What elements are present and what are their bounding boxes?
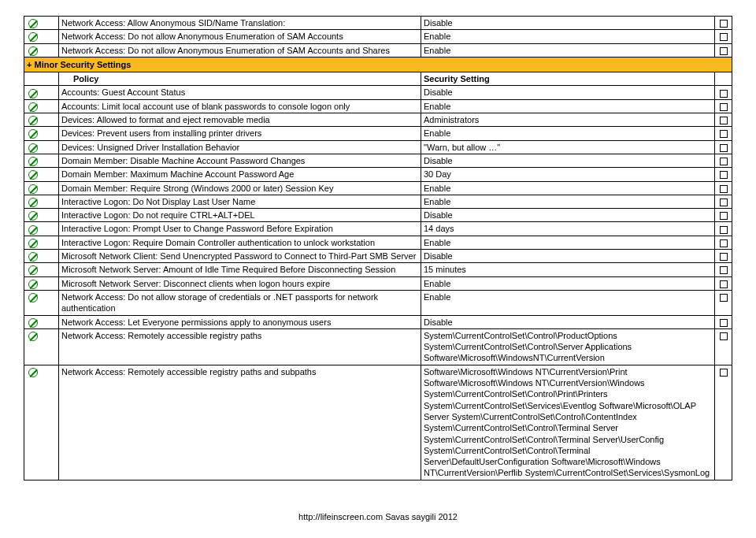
- checkbox-cell: [715, 181, 732, 195]
- checkbox-icon[interactable]: [720, 144, 728, 152]
- footer-text: http://lifeinscreen.com Savas saygili 20…: [24, 512, 732, 521]
- policy-cell: Network Access: Allow Anonymous SID/Name…: [59, 17, 421, 30]
- checkbox-icon[interactable]: [720, 33, 728, 41]
- setting-cell: Enable: [421, 195, 715, 208]
- forbidden-icon: [28, 265, 38, 275]
- forbidden-icon: [28, 116, 38, 125]
- blank-cell: [42, 209, 59, 222]
- setting-cell: Enable: [421, 127, 715, 140]
- blank-cell: [42, 263, 59, 276]
- checkbox-icon[interactable]: [720, 103, 728, 111]
- policy-cell: Domain Member: Maximum Machine Account P…: [59, 168, 421, 181]
- forbidden-icon: [28, 170, 38, 180]
- checkbox-icon[interactable]: [720, 171, 728, 179]
- blank-cell: [42, 127, 59, 140]
- setting-cell: Enable: [421, 276, 715, 290]
- table-row: Network Access: Do not allow Anonymous E…: [24, 43, 732, 57]
- setting-cell: System\CurrentControlSet\Control\Product…: [421, 328, 715, 365]
- checkbox-cell: [715, 236, 732, 249]
- policy-cell: Network Access: Remotely accessible regi…: [59, 328, 421, 365]
- forbidden-icon: [28, 332, 38, 341]
- blank-cell: [42, 236, 59, 249]
- checkbox-icon[interactable]: [720, 319, 728, 327]
- status-icon-cell: [24, 113, 42, 127]
- checkbox-icon[interactable]: [720, 280, 728, 288]
- checkbox-icon[interactable]: [720, 158, 728, 165]
- section-header-row: + Minor Security Settings: [24, 57, 732, 72]
- checkbox-cell: [715, 17, 732, 30]
- checkbox-icon[interactable]: [720, 369, 728, 377]
- checkbox-cell: [715, 43, 732, 57]
- status-icon-cell: [24, 140, 42, 154]
- checkbox-icon[interactable]: [720, 185, 728, 193]
- setting-cell: Enable: [421, 290, 715, 315]
- checkbox-cell: [715, 315, 732, 328]
- forbidden-icon: [28, 225, 38, 235]
- setting-cell: Disable: [421, 250, 715, 263]
- forbidden-icon: [28, 280, 38, 289]
- setting-cell: Enable: [421, 236, 715, 249]
- checkbox-cell: [715, 290, 732, 315]
- forbidden-icon: [28, 368, 38, 377]
- policy-cell: Interactive Logon: Do not require CTRL+A…: [59, 209, 421, 222]
- table-row: Devices: Unsigned Driver Installation Be…: [24, 140, 732, 154]
- table-row: Interactive Logon: Require Domain Contro…: [24, 236, 732, 249]
- table-row: Microsoft Network Server: Amount of Idle…: [24, 263, 732, 276]
- forbidden-icon: [28, 89, 38, 98]
- policy-cell: Devices: Allowed to format and eject rem…: [59, 113, 421, 127]
- blank-cell: [42, 222, 59, 236]
- blank-cell: [42, 113, 59, 127]
- checkbox-icon[interactable]: [720, 266, 728, 274]
- blank-cell: [42, 168, 59, 181]
- table-row: Domain Member: Require Strong (Windows 2…: [24, 181, 732, 195]
- table-row: Domain Member: Disable Machine Account P…: [24, 154, 732, 167]
- forbidden-icon: [28, 157, 38, 166]
- column-header-row: PolicySecurity Setting: [24, 72, 732, 86]
- blank-cell: [42, 140, 59, 154]
- setting-cell: "Warn, but allow …": [421, 140, 715, 154]
- checkbox-icon[interactable]: [720, 117, 728, 124]
- status-icon-cell: [24, 365, 42, 480]
- setting-cell: 14 days: [421, 222, 715, 236]
- forbidden-icon: [28, 19, 38, 28]
- status-icon-cell: [24, 328, 42, 365]
- policy-cell: Interactive Logon: Do Not Display Last U…: [59, 195, 421, 208]
- checkbox-cell: [715, 140, 732, 154]
- table-row: Network Access: Let Everyone permissions…: [24, 315, 732, 328]
- checkbox-icon[interactable]: [720, 294, 728, 302]
- forbidden-icon: [28, 143, 38, 153]
- checkbox-icon[interactable]: [720, 20, 728, 28]
- table-row: Devices: Prevent users from installing p…: [24, 127, 732, 140]
- checkbox-icon[interactable]: [720, 90, 728, 98]
- forbidden-icon: [28, 252, 38, 262]
- status-icon-cell: [24, 168, 42, 181]
- setting-cell: Disable: [421, 315, 715, 328]
- table-row: Network Access: Remotely accessible regi…: [24, 365, 732, 480]
- checkbox-icon[interactable]: [720, 199, 728, 206]
- checkbox-icon[interactable]: [720, 239, 728, 247]
- status-icon-cell: [24, 250, 42, 263]
- checkbox-icon[interactable]: [720, 130, 728, 138]
- status-icon-cell: [24, 195, 42, 208]
- blank-cell: [42, 315, 59, 328]
- status-icon-cell: [24, 263, 42, 276]
- forbidden-icon: [28, 184, 38, 194]
- status-icon-cell: [24, 99, 42, 113]
- status-icon-cell: [24, 222, 42, 236]
- checkbox-cell: [715, 86, 732, 99]
- forbidden-icon: [28, 239, 38, 248]
- checkbox-icon[interactable]: [720, 332, 728, 340]
- table-row: Devices: Allowed to format and eject rem…: [24, 113, 732, 127]
- checkbox-icon[interactable]: [720, 253, 728, 261]
- policy-cell: Accounts: Limit local account use of bla…: [59, 99, 421, 113]
- blank-cell: [42, 154, 59, 167]
- policy-cell: Domain Member: Require Strong (Windows 2…: [59, 181, 421, 195]
- setting-cell: 15 minutes: [421, 263, 715, 276]
- forbidden-icon: [28, 198, 38, 207]
- checkbox-icon[interactable]: [720, 226, 728, 234]
- policy-cell: Devices: Unsigned Driver Installation Be…: [59, 140, 421, 154]
- checkbox-cell: [715, 99, 732, 113]
- setting-cell: 30 Day: [421, 168, 715, 181]
- checkbox-icon[interactable]: [720, 212, 728, 220]
- checkbox-icon[interactable]: [720, 47, 728, 55]
